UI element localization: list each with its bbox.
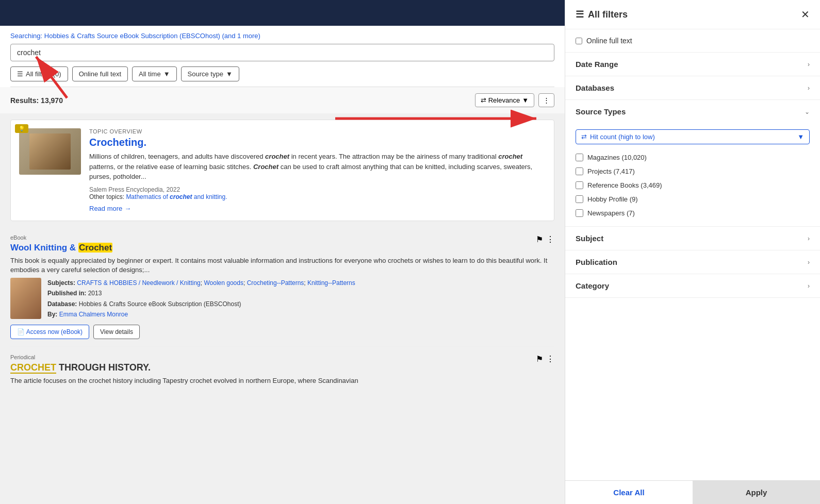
subject-link-3[interactable]: Crocheting--Patterns [247, 279, 304, 287]
subject-link-4[interactable]: Knitting--Patterns [307, 279, 355, 287]
search-input[interactable]: crochet [10, 44, 554, 61]
featured-content: TOPIC OVERVIEW Crocheting. Millions of c… [89, 128, 546, 212]
view-details-button[interactable]: View details [93, 325, 140, 339]
ebook-database: Database: Hobbies & Crafts Source eBook … [47, 299, 355, 309]
read-more-link[interactable]: Read more → [89, 205, 546, 212]
periodical-title[interactable]: CROCHET THROUGH HISTORY. [10, 362, 358, 373]
apply-button[interactable]: Apply [693, 481, 820, 504]
reference-books-label: Reference Books (3,469) [587, 181, 662, 189]
magazines-count: (10,020) [621, 154, 646, 161]
searching-label: Searching: [10, 32, 42, 40]
source-type-magazines: Magazines (10,020) [576, 150, 810, 164]
source-type-reference-books: Reference Books (3,469) [576, 178, 810, 192]
sort-relevance-button[interactable]: ⇄ Relevance ▼ [475, 93, 534, 107]
source-type-button[interactable]: Source type ▼ [181, 66, 239, 81]
featured-title[interactable]: Crocheting. [89, 137, 546, 148]
filter-icon: ☰ [17, 70, 23, 78]
date-range-header[interactable]: Date Range › [565, 53, 820, 76]
online-full-text-button[interactable]: Online full text [72, 66, 128, 81]
sort-icon: ⇄ [481, 96, 486, 104]
ebook-title[interactable]: Wool Knitting & Crochet [10, 243, 112, 253]
source-sort-dropdown[interactable]: ⇄ Hit count (high to low) ▼ [576, 129, 810, 144]
ebook-published: Published in: 2013 [47, 288, 355, 298]
subject-link-2[interactable]: Woolen goods [204, 279, 243, 287]
ebook-result: eBook Wool Knitting & Crochet ⚑ ⋮ This b… [10, 227, 554, 347]
online-fulltext-label: Online full text [586, 37, 632, 45]
projects-checkbox[interactable] [576, 167, 583, 175]
more-icon[interactable]: ⋮ [546, 234, 554, 244]
ebook-subjects: Subjects: CRAFTS & HOBBIES / Needlework … [47, 278, 355, 288]
more-icon[interactable]: ⋮ [546, 354, 554, 364]
subject-header[interactable]: Subject › [565, 227, 820, 250]
ebook-details: Subjects: CRAFTS & HOBBIES / Needlework … [47, 278, 355, 320]
topic-badge: 💡 [15, 124, 28, 133]
category-title: Category [576, 281, 609, 290]
ebook-actions: 📄 Access now (eBook) View details [10, 325, 554, 339]
periodical-type-label: Periodical [10, 354, 358, 360]
featured-result: 💡 TOPIC OVERVIEW Crocheting. Millions of… [10, 120, 554, 221]
reference-books-checkbox[interactable] [576, 181, 583, 189]
chevron-down-icon: ▼ [226, 70, 233, 78]
author-link[interactable]: Emma Chalmers Monroe [59, 311, 128, 318]
publication-section: Publication › [565, 250, 820, 274]
databases-title: Databases [576, 83, 614, 92]
clear-label: Clear All [613, 488, 644, 497]
more-options-button[interactable]: ⋮ [538, 93, 554, 107]
top-bar [0, 0, 565, 26]
published-year: 2013 [88, 290, 102, 297]
databases-section: Databases › [565, 76, 820, 100]
other-topics-label: Other topics: [89, 193, 124, 200]
subject-link-1[interactable]: CRAFTS & HOBBIES / Needlework / Knitting [77, 279, 200, 287]
all-time-button[interactable]: All time ▼ [132, 66, 177, 81]
access-now-button[interactable]: 📄 Access now (eBook) [10, 325, 89, 339]
results-count: Results: 13,970 [10, 96, 63, 105]
periodical-header: Periodical CROCHET THROUGH HISTORY. The … [10, 354, 554, 389]
magazines-checkbox[interactable] [576, 154, 583, 161]
newspapers-checkbox[interactable] [576, 209, 583, 217]
filter-title-text: All filters [588, 9, 628, 20]
category-section: Category › [565, 274, 820, 298]
category-header[interactable]: Category › [565, 274, 820, 297]
database-name: Hobbies & Crafts Source eBook Subscripti… [79, 300, 241, 308]
ebook-header: eBook Wool Knitting & Crochet ⚑ ⋮ [10, 234, 554, 253]
clear-all-button[interactable]: Clear All [565, 481, 693, 504]
read-more-label: Read more [89, 205, 122, 212]
close-filter-button[interactable]: ✕ [801, 8, 810, 21]
featured-image [19, 128, 81, 175]
hobby-profile-count: (9) [630, 195, 638, 203]
hobby-profile-checkbox[interactable] [576, 195, 583, 203]
filter-footer: Clear All Apply [565, 480, 820, 504]
all-filters-button[interactable]: ☰ All filters (0) [10, 66, 68, 81]
ebook-thumbnail [10, 278, 41, 319]
bookmark-icon[interactable]: ⚑ [536, 354, 543, 364]
filter-panel-header: ☰ All filters ✕ [565, 0, 820, 29]
search-query-value: crochet [17, 48, 41, 57]
newspapers-label: Newspapers (7) [587, 209, 635, 217]
ebook-type: eBook Wool Knitting & Crochet [10, 234, 112, 253]
bookmark-icon[interactable]: ⚑ [536, 234, 543, 244]
filter-title: ☰ All filters [576, 9, 628, 20]
chevron-right-icon: › [808, 61, 810, 68]
other-topics-link[interactable]: Mathematics of crochet and knitting. [126, 193, 227, 200]
source-type-hobby-profile: Hobby Profile (9) [576, 192, 810, 206]
projects-count: (7,417) [614, 167, 635, 175]
results-area: 💡 TOPIC OVERVIEW Crocheting. Millions of… [0, 113, 565, 396]
databases-header[interactable]: Databases › [565, 76, 820, 99]
ebook-meta: Subjects: CRAFTS & HOBBIES / Needlework … [10, 278, 554, 320]
topic-label: TOPIC OVERVIEW [89, 128, 546, 135]
periodical-highlight: CROCHET [10, 362, 56, 374]
publication-title: Publication [576, 258, 617, 266]
online-fulltext-checkbox[interactable] [576, 38, 582, 44]
chevron-down-icon: ▼ [797, 133, 804, 141]
date-range-title: Date Range [576, 60, 618, 69]
ebook-by: By: Emma Chalmers Monroe [47, 309, 355, 320]
date-range-section: Date Range › [565, 53, 820, 76]
search-area: Searching: Hobbies & Crafts Source eBook… [0, 26, 565, 87]
periodical-result: Periodical CROCHET THROUGH HISTORY. The … [10, 347, 554, 396]
periodical-description: The article focuses on the crochet histo… [10, 376, 358, 385]
source-type-label: Source type [188, 70, 223, 78]
publication-header[interactable]: Publication › [565, 250, 820, 274]
source-type-newspapers: Newspapers (7) [576, 206, 810, 220]
source-types-header[interactable]: Source Types ⌄ [565, 100, 820, 123]
source-type-projects: Projects (7,417) [576, 164, 810, 178]
